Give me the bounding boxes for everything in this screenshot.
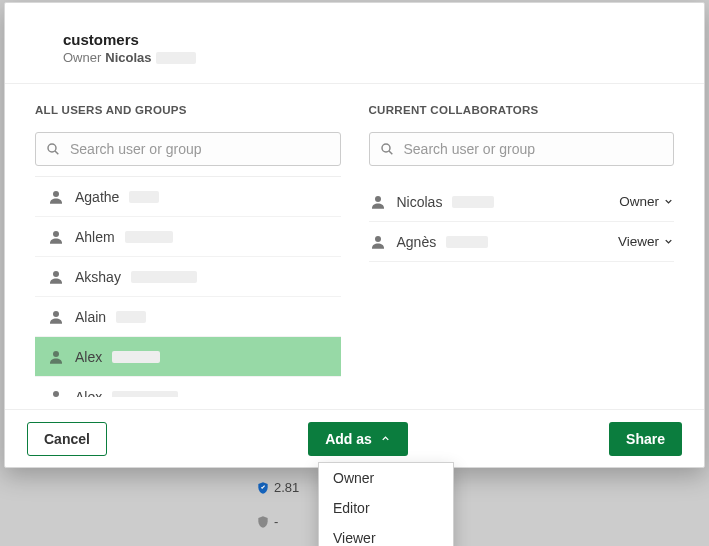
svg-point-3 [53, 231, 59, 237]
person-icon [47, 228, 65, 246]
search-icon [45, 141, 61, 157]
user-name: Ahlem [75, 229, 115, 245]
redacted-text [112, 351, 160, 363]
user-row[interactable]: Alex [35, 337, 341, 377]
user-name: Alex [75, 389, 102, 398]
dropdown-item-editor[interactable]: Editor [319, 493, 453, 523]
role-label: Owner [619, 194, 659, 209]
chevron-down-icon [663, 196, 674, 207]
all-users-list[interactable]: AgatheAhlemAkshayAlainAlexAlex———— [35, 177, 341, 397]
cancel-label: Cancel [44, 431, 90, 447]
share-label: Share [626, 431, 665, 447]
owner-prefix: Owner [63, 50, 101, 65]
person-icon [47, 268, 65, 286]
modal-footer: Cancel Add as Share [5, 409, 704, 467]
redacted-text [452, 196, 494, 208]
redacted-text [116, 311, 146, 323]
all-users-heading: ALL USERS AND GROUPS [35, 104, 341, 116]
user-name: Alain [75, 309, 106, 325]
all-users-search [35, 132, 341, 166]
shield-icon [256, 515, 270, 529]
user-row[interactable]: Akshay [35, 257, 341, 297]
user-row[interactable]: Agathe [35, 177, 341, 217]
person-icon [47, 348, 65, 366]
svg-point-12 [382, 144, 390, 152]
role-label: Viewer [618, 234, 659, 249]
svg-point-6 [53, 351, 59, 357]
person-icon [47, 308, 65, 326]
chevron-down-icon [663, 236, 674, 247]
share-modal: customers Owner Nicolas ALL USERS AND GR… [4, 2, 705, 468]
collaborator-name: Agnès [397, 234, 437, 250]
modal-body: ALL USERS AND GROUPS AgatheAhlemAkshayAl… [5, 84, 704, 409]
redacted-text [125, 231, 173, 243]
add-as-dropdown[interactable]: OwnerEditorViewer [318, 462, 454, 546]
svg-point-15 [375, 236, 381, 242]
add-as-button[interactable]: Add as [308, 422, 408, 456]
all-users-column: ALL USERS AND GROUPS AgatheAhlemAkshayAl… [35, 104, 341, 397]
collaborator-row: NicolasOwner [369, 182, 675, 222]
svg-line-13 [389, 151, 392, 154]
role-selector[interactable]: Owner [619, 194, 674, 209]
svg-point-14 [375, 196, 381, 202]
redacted-text [129, 191, 159, 203]
dataset-title: customers [63, 31, 674, 48]
all-users-search-input[interactable] [35, 132, 341, 166]
bg-score-text: 2.81 [274, 480, 299, 495]
user-row[interactable]: Alain [35, 297, 341, 337]
bg-dash-text: - [274, 514, 278, 529]
chevron-up-icon [380, 433, 391, 444]
collaborators-search [369, 132, 675, 166]
shield-check-icon [256, 481, 270, 495]
collaborators-column: CURRENT COLLABORATORS NicolasOwnerAgnèsV… [369, 104, 675, 397]
person-icon [369, 233, 387, 251]
svg-point-7 [53, 391, 59, 397]
svg-point-0 [48, 144, 56, 152]
modal-header: customers Owner Nicolas [5, 3, 704, 84]
person-icon [369, 193, 387, 211]
owner-line: Owner Nicolas [63, 50, 674, 65]
user-row[interactable]: Alex [35, 377, 341, 397]
svg-point-5 [53, 311, 59, 317]
person-icon [47, 388, 65, 398]
collaborator-row: AgnèsViewer [369, 222, 675, 262]
collaborators-search-input[interactable] [369, 132, 675, 166]
cancel-button[interactable]: Cancel [27, 422, 107, 456]
svg-point-4 [53, 271, 59, 277]
svg-point-2 [53, 191, 59, 197]
collaborators-heading: CURRENT COLLABORATORS [369, 104, 675, 116]
bg-dash-badge: - [256, 514, 278, 529]
role-selector[interactable]: Viewer [618, 234, 674, 249]
search-icon [379, 141, 395, 157]
collaborators-list: NicolasOwnerAgnèsViewer [369, 182, 675, 262]
share-button[interactable]: Share [609, 422, 682, 456]
redacted-text [156, 52, 196, 64]
collaborator-name: Nicolas [397, 194, 443, 210]
owner-name: Nicolas [105, 50, 151, 65]
user-name: Alex [75, 349, 102, 365]
user-name: Agathe [75, 189, 119, 205]
add-as-label: Add as [325, 431, 372, 447]
dropdown-item-owner[interactable]: Owner [319, 463, 453, 493]
svg-line-1 [55, 151, 58, 154]
redacted-text [112, 391, 178, 398]
dropdown-item-viewer[interactable]: Viewer [319, 523, 453, 546]
user-name: Akshay [75, 269, 121, 285]
person-icon [47, 188, 65, 206]
all-users-list-wrap: AgatheAhlemAkshayAlainAlexAlex———— [35, 176, 341, 397]
redacted-text [446, 236, 488, 248]
redacted-text [131, 271, 197, 283]
bg-score-badge: 2.81 [256, 480, 299, 495]
user-row[interactable]: Ahlem [35, 217, 341, 257]
